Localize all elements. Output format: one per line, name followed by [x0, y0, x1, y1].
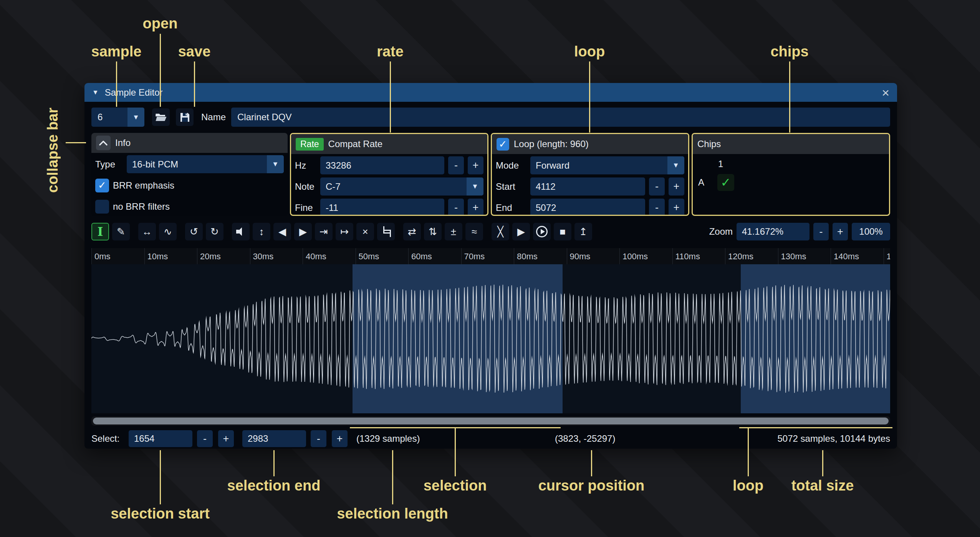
waveform-view[interactable]: [91, 264, 890, 413]
fine-increase-button[interactable]: +: [468, 199, 483, 216]
fade-out-button[interactable]: ▶: [294, 223, 312, 240]
fade-in-button[interactable]: ◀: [273, 223, 291, 240]
apply-silence-button[interactable]: ↦: [336, 223, 353, 240]
note-select[interactable]: C-7 ▼: [320, 177, 483, 196]
ruler-label: 20ms: [200, 252, 221, 262]
undo-button[interactable]: ↺: [185, 223, 203, 240]
normalize-button[interactable]: ↕: [253, 223, 270, 240]
name-input[interactable]: Clarinet DQV: [231, 108, 890, 127]
loop-header: Loop (length: 960): [514, 139, 589, 149]
loop-mode-select[interactable]: Forward ▼: [530, 156, 684, 174]
zoom-out-button[interactable]: -: [813, 223, 829, 240]
horizontal-scrollbar[interactable]: [91, 416, 890, 426]
window-collapse-icon[interactable]: ▼: [92, 89, 99, 96]
ruler-label: 140ms: [834, 252, 859, 262]
select-mode-button[interactable]: I: [91, 223, 109, 240]
delete-button[interactable]: ×: [356, 223, 374, 240]
hz-value: 33286: [326, 160, 351, 171]
save-button[interactable]: [176, 108, 194, 126]
crossfade-button[interactable]: ╳: [492, 223, 509, 240]
selection-start-increase-button[interactable]: +: [218, 430, 234, 447]
ruler-label: 120ms: [728, 252, 753, 262]
import-button[interactable]: ↥: [574, 223, 592, 240]
loop-start-decrease-button[interactable]: -: [649, 177, 665, 196]
invert-button[interactable]: ⇅: [424, 223, 442, 240]
zoom-reset-button[interactable]: 100%: [852, 223, 890, 240]
loop-start-label: Start: [496, 181, 526, 192]
resize-icon: ↔: [142, 226, 152, 238]
sample-number-select[interactable]: 6 ▼: [91, 108, 144, 127]
collapse-bar-button[interactable]: [96, 136, 111, 150]
open-button[interactable]: [152, 108, 170, 126]
ruler-label: 40ms: [306, 252, 326, 262]
loop-start-input[interactable]: 4112: [530, 177, 645, 196]
insert-silence-icon: ⇥: [319, 226, 328, 238]
preview-loop-button[interactable]: [533, 223, 551, 240]
fine-decrease-button[interactable]: -: [448, 199, 464, 216]
zoom-in-button[interactable]: +: [833, 223, 848, 240]
toolbar-icons: I✎↔∿↺↻↕◀▶⇥↦×⇄⇅±≈╳▶■↥: [91, 223, 592, 240]
selection-start-input[interactable]: 1654: [129, 430, 192, 447]
scrollbar-thumb[interactable]: [93, 418, 889, 424]
signed-unsigned-button[interactable]: ±: [445, 223, 462, 240]
annotation-total-size: total size: [791, 477, 854, 494]
selection-length-text: (1329 samples): [356, 430, 420, 447]
trim-button[interactable]: [377, 223, 395, 240]
redo-button[interactable]: ↻: [206, 223, 223, 240]
type-select[interactable]: 16-bit PCM ▼: [127, 155, 284, 173]
ruler-label: 0ms: [94, 252, 111, 262]
chevron-down-icon[interactable]: ▼: [127, 108, 144, 127]
fade-in-icon: ◀: [278, 226, 286, 238]
reverse-icon: ⇄: [408, 226, 416, 238]
brr-emphasis-checkbox[interactable]: ✓: [95, 179, 109, 192]
selection-start-decrease-button[interactable]: -: [197, 430, 213, 447]
loop-end-decrease-button[interactable]: -: [649, 199, 665, 216]
annotation-loop-top: loop: [574, 43, 605, 60]
ruler-label: 80ms: [517, 252, 538, 262]
selection-end-increase-button[interactable]: +: [332, 430, 348, 447]
chevron-down-icon: ▼: [667, 156, 684, 174]
draw-mode-button[interactable]: ✎: [112, 223, 130, 240]
filter-icon: ≈: [472, 226, 477, 238]
stop-button[interactable]: ■: [554, 223, 571, 240]
select-mode-icon: I: [98, 225, 103, 239]
ruler-label: 50ms: [359, 252, 379, 262]
filter-button[interactable]: ≈: [465, 223, 483, 240]
ruler-label: 150ms: [887, 252, 891, 262]
ruler-label: 30ms: [253, 252, 274, 262]
resample-button[interactable]: ∿: [159, 223, 177, 240]
loop-end-input[interactable]: 5072: [530, 199, 645, 216]
zoom-input[interactable]: 41.1672%: [737, 223, 809, 240]
chip-enable-checkbox[interactable]: ✓: [717, 174, 734, 191]
ruler-tick: [356, 248, 356, 264]
hz-increase-button[interactable]: +: [468, 156, 483, 174]
amplify-button[interactable]: [232, 223, 250, 240]
fine-input[interactable]: -11: [320, 199, 444, 216]
resize-button[interactable]: ↔: [138, 223, 156, 240]
loop-start-increase-button[interactable]: +: [669, 177, 684, 196]
ruler-tick: [197, 248, 197, 264]
chevron-up-icon: [99, 141, 108, 146]
loop-enable-checkbox[interactable]: ✓: [497, 138, 509, 151]
selection-end-decrease-button[interactable]: -: [311, 430, 326, 447]
ruler-label: 90ms: [570, 252, 591, 262]
chips-panel: Chips 1 A ✓: [692, 133, 890, 216]
annotation-sample: sample: [91, 43, 142, 60]
annotation-selection-start: selection start: [111, 506, 210, 522]
insert-silence-button[interactable]: ⇥: [315, 223, 333, 240]
selection-end-input[interactable]: 2983: [242, 430, 306, 447]
hz-decrease-button[interactable]: -: [448, 156, 464, 174]
annotation-line-save: [194, 61, 195, 107]
annotation-line-open: [160, 34, 161, 107]
info-body: Type 16-bit PCM ▼ ✓ BRR emphasis: [91, 153, 288, 215]
hz-input[interactable]: 33286: [320, 156, 444, 174]
preview-button[interactable]: ▶: [512, 223, 530, 240]
type-value: 16-bit PCM: [132, 159, 178, 170]
loop-end-increase-button[interactable]: +: [669, 199, 684, 216]
window-title: Sample Editor: [105, 87, 163, 98]
reverse-button[interactable]: ⇄: [403, 223, 421, 240]
close-icon[interactable]: ×: [882, 86, 889, 99]
loop-end-label: End: [496, 202, 526, 213]
no-brr-filters-checkbox[interactable]: [95, 200, 109, 214]
loop-body: Mode Forward ▼ Start 4112 - + End: [492, 154, 688, 216]
